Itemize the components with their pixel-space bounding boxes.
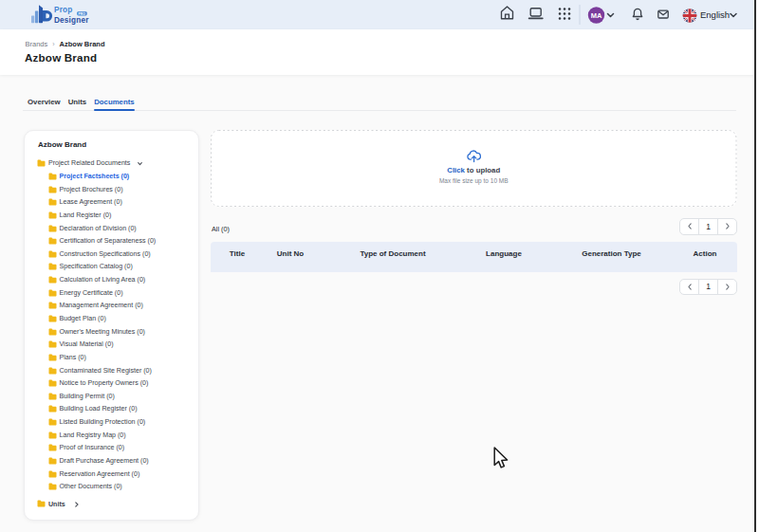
svg-text:MA: MA xyxy=(591,11,602,20)
svg-text:Designer: Designer xyxy=(54,16,89,25)
svg-text:Prop: Prop xyxy=(54,6,72,14)
svg-text:English: English xyxy=(700,9,730,20)
